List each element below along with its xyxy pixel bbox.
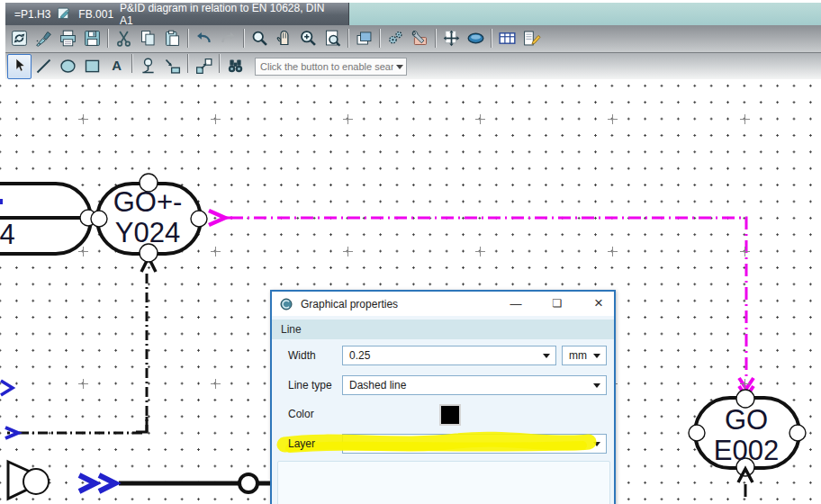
ellipse-tool-button[interactable] <box>56 54 80 79</box>
svg-text:GO+-: GO+- <box>113 186 183 218</box>
report-edit-button[interactable] <box>519 26 544 51</box>
table-button[interactable] <box>495 26 519 51</box>
symbol-e002[interactable]: GO E002 <box>689 390 806 497</box>
copy-button[interactable] <box>136 26 160 51</box>
dialog-bottom-panel <box>277 461 610 504</box>
connection-point <box>91 211 107 227</box>
color-label: Color <box>288 408 314 420</box>
svg-text:Y024: Y024 <box>115 217 180 248</box>
document-tab[interactable]: =P1.H3 FB.001 P&ID diagram in relation t… <box>5 3 349 25</box>
document-edit-icon <box>57 6 72 22</box>
blue-flow-arrow-icon <box>79 475 95 491</box>
color-swatch[interactable] <box>439 404 461 426</box>
line-tool-button[interactable] <box>32 54 56 79</box>
search-box <box>255 58 407 76</box>
line-type-row: Line type Dashed line <box>272 375 614 397</box>
zoom-in-button[interactable] <box>296 26 320 51</box>
layer-label: Layer <box>288 437 315 450</box>
color-row: Color <box>272 404 614 426</box>
instrument-symbol-button[interactable] <box>136 54 160 79</box>
connection-point <box>689 425 705 441</box>
toolbar-separator <box>107 29 109 48</box>
svg-text:4: 4 <box>0 219 15 250</box>
close-button[interactable]: × <box>585 292 612 315</box>
cut-button[interactable] <box>112 26 136 51</box>
connection-point <box>23 469 49 494</box>
svg-text:GO: GO <box>725 404 768 436</box>
zoom-window-button[interactable] <box>320 26 345 51</box>
rectangle-tool-button[interactable] <box>80 54 104 79</box>
graphical-properties-dialog: Graphical properties — ❏ × Line Width 0.… <box>270 290 616 504</box>
insert-shape-button[interactable] <box>160 54 185 79</box>
pipe-node <box>239 474 257 492</box>
toolbar-separator <box>219 54 221 73</box>
magenta-arrow-right-icon <box>209 211 225 225</box>
line-section-header: Line <box>272 320 614 339</box>
doc-ref-label: =P1.H3 <box>14 8 50 21</box>
width-unit-select[interactable]: mm <box>562 346 607 365</box>
width-select[interactable]: 0.25 <box>342 346 556 365</box>
blue-flow-arrow-icon <box>1 381 13 395</box>
toolbar-separator <box>187 54 189 73</box>
layers-button[interactable] <box>352 26 376 51</box>
move-view-button[interactable] <box>439 26 464 51</box>
connection-point <box>191 211 207 227</box>
connection-point <box>789 425 806 441</box>
document-title: P&ID diagram in relation to EN 10628, DI… <box>120 2 339 27</box>
pid-editor-window: =P1.H3 FB.001 P&ID diagram in relation t… <box>0 0 821 504</box>
text-tool-button[interactable]: A <box>104 54 129 79</box>
refresh-button[interactable] <box>7 26 32 51</box>
main-toolbar <box>5 25 821 53</box>
lens-button[interactable] <box>464 26 488 51</box>
print-button[interactable] <box>56 26 80 51</box>
symbol-left-partial[interactable]: 4 <box>0 184 96 254</box>
chevron-down-icon <box>543 354 550 358</box>
save-button[interactable] <box>80 26 104 51</box>
layer-select[interactable] <box>342 434 607 454</box>
toolbar-separator <box>131 54 133 73</box>
document-tab-bar: =P1.H3 FB.001 P&ID diagram in relation t… <box>5 3 821 25</box>
redo-button[interactable] <box>216 26 240 51</box>
move-copy-button[interactable] <box>192 54 216 79</box>
app-icon <box>279 297 293 311</box>
dialog-title: Graphical properties <box>301 298 398 310</box>
black-dashed-connector[interactable] <box>5 257 156 438</box>
paste-button[interactable] <box>160 26 185 51</box>
undo-button[interactable] <box>192 26 216 51</box>
line-type-label: Line type <box>288 379 332 392</box>
format-brush-button[interactable] <box>32 26 56 51</box>
dialog-title-bar[interactable]: Graphical properties — ❏ × <box>272 292 614 316</box>
toolbar-separator <box>491 29 492 48</box>
settings-button[interactable] <box>383 26 408 51</box>
file-ref-label: FB.001 <box>78 8 113 21</box>
layer-row: Layer <box>272 434 614 455</box>
drawing-toolbar: A <box>5 53 821 79</box>
search-dropdown-icon[interactable] <box>396 65 403 69</box>
line-type-select[interactable]: Dashed line <box>342 375 607 395</box>
toolbar-separator <box>435 29 437 48</box>
select-tool-button[interactable] <box>7 54 32 79</box>
toolbar-separator <box>379 29 381 48</box>
maximize-button[interactable]: ❏ <box>544 292 571 315</box>
chevron-down-icon <box>593 354 600 358</box>
width-label: Width <box>288 349 316 362</box>
chevron-down-icon <box>593 383 600 388</box>
pan-button[interactable] <box>272 26 296 51</box>
zoom-button[interactable] <box>248 26 272 51</box>
minimize-button[interactable]: — <box>502 292 529 315</box>
width-row: Width 0.25 mm <box>272 346 614 367</box>
search-input[interactable] <box>255 58 407 76</box>
chevron-down-icon <box>593 442 600 446</box>
toolbar-separator <box>243 29 245 48</box>
pipe-line[interactable] <box>8 462 273 499</box>
symbol-y024[interactable]: GO+- Y024 <box>91 174 207 262</box>
toolbar-separator <box>187 29 189 48</box>
svg-text:E002: E002 <box>714 435 779 466</box>
find-button[interactable] <box>223 54 248 79</box>
toolbar-separator <box>347 29 349 48</box>
tools-button[interactable] <box>408 26 432 51</box>
svg-text:A: A <box>112 58 122 73</box>
